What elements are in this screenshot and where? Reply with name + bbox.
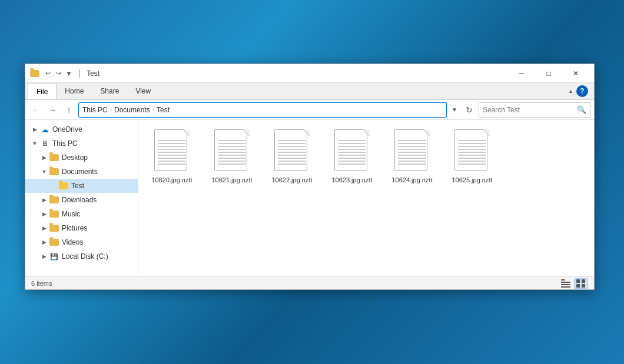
address-path[interactable]: This PC › Documents › Test bbox=[78, 102, 447, 118]
help-button[interactable]: ? bbox=[576, 85, 588, 97]
expand-arrow-onedrive: ▶ bbox=[30, 125, 39, 134]
sidebar-item-onedrive[interactable]: ▶ ☁ OneDrive bbox=[25, 122, 138, 136]
sidebar-item-music[interactable]: ▶ Music bbox=[25, 207, 138, 221]
file-name-1: 10621.jpg.nztt bbox=[211, 176, 252, 184]
address-dropdown[interactable]: ▼ bbox=[449, 102, 460, 118]
sidebar-label-music: Music bbox=[62, 210, 80, 218]
close-button[interactable]: ✕ bbox=[562, 64, 589, 83]
forward-button[interactable]: → bbox=[45, 103, 59, 117]
title-bar: ↩ ↪ ▼ | Test ─ □ ✕ bbox=[25, 64, 594, 83]
file-item-4[interactable]: 10624.jpg.nztt bbox=[386, 127, 439, 186]
path-chevron-1: › bbox=[110, 106, 112, 113]
file-icon-2 bbox=[274, 129, 310, 173]
expand-arrow-music: ▶ bbox=[39, 209, 49, 219]
ribbon-tabs-row: File Home Share View ▲ ? bbox=[25, 83, 594, 99]
svg-rect-3 bbox=[561, 286, 570, 288]
localdisk-icon: 💾 bbox=[49, 252, 59, 261]
pictures-folder-icon bbox=[49, 223, 59, 233]
sidebar-item-localdisk[interactable]: ▶ 💾 Local Disk (C:) bbox=[25, 249, 138, 263]
svg-rect-7 bbox=[582, 284, 585, 288]
path-part-documents: Documents bbox=[114, 106, 150, 114]
details-view-button[interactable] bbox=[559, 278, 573, 289]
content-area: ▶ ☁ OneDrive ▼ 🖥 This PC ▶ Des bbox=[25, 120, 594, 276]
sidebar-label-videos: Videos bbox=[62, 238, 83, 246]
file-item-5[interactable]: 10625.jpg.nztt bbox=[446, 127, 499, 186]
sidebar: ▶ ☁ OneDrive ▼ 🖥 This PC ▶ Des bbox=[25, 120, 138, 276]
videos-folder-icon bbox=[49, 238, 59, 247]
qat-redo[interactable]: ↪ bbox=[54, 69, 63, 78]
qat-undo[interactable]: ↩ bbox=[43, 69, 52, 78]
sidebar-label-onedrive: OneDrive bbox=[52, 125, 82, 133]
sidebar-label-localdisk: Local Disk (C:) bbox=[62, 252, 108, 261]
item-count: 6 items bbox=[31, 280, 52, 287]
svg-rect-4 bbox=[576, 279, 580, 283]
sidebar-item-downloads[interactable]: ▶ Downloads bbox=[25, 193, 138, 207]
file-item-1[interactable]: 10621.jpg.nztt bbox=[205, 127, 258, 186]
file-name-5: 10625.jpg.nztt bbox=[452, 176, 492, 184]
file-area: 10620.jpg.nztt 10621.jpg.nztt 10622.jpg.… bbox=[138, 120, 594, 276]
maximize-button[interactable]: □ bbox=[535, 64, 562, 83]
search-input[interactable] bbox=[483, 106, 577, 114]
music-folder-icon bbox=[49, 209, 59, 219]
sidebar-label-documents: Documents bbox=[62, 168, 98, 176]
sidebar-label-thispc: This PC bbox=[52, 139, 78, 148]
search-box[interactable]: 🔍 bbox=[479, 102, 590, 118]
sidebar-label-pictures: Pictures bbox=[62, 224, 87, 232]
svg-rect-6 bbox=[576, 284, 580, 288]
sidebar-item-videos[interactable]: ▶ Videos bbox=[25, 235, 138, 249]
tab-file[interactable]: File bbox=[28, 83, 57, 99]
path-part-test: Test bbox=[157, 106, 170, 114]
sidebar-item-documents[interactable]: ▼ Documents bbox=[25, 165, 138, 179]
file-name-2: 10622.jpg.nztt bbox=[271, 176, 312, 184]
expand-arrow-downloads: ▶ bbox=[39, 195, 49, 205]
back-button[interactable]: ← bbox=[29, 103, 43, 117]
path-part-thispc: This PC bbox=[82, 106, 108, 114]
view-buttons bbox=[559, 278, 588, 289]
path-chevron-2: › bbox=[152, 106, 154, 113]
file-name-0: 10620.jpg.nztt bbox=[151, 176, 192, 184]
downloads-folder-icon bbox=[49, 195, 59, 205]
expand-arrow-localdisk: ▶ bbox=[39, 252, 49, 261]
svg-rect-5 bbox=[582, 279, 585, 283]
minimize-button[interactable]: ─ bbox=[508, 64, 535, 83]
documents-folder-icon bbox=[49, 167, 59, 176]
test-folder-icon bbox=[58, 181, 69, 191]
sidebar-item-desktop[interactable]: ▶ Desktop bbox=[25, 151, 138, 165]
large-icons-view-button[interactable] bbox=[574, 278, 588, 289]
thispc-icon: 🖥 bbox=[39, 139, 50, 148]
ribbon: File Home Share View ▲ ? bbox=[25, 83, 594, 100]
svg-rect-0 bbox=[561, 279, 565, 280]
expand-arrow-desktop: ▶ bbox=[39, 153, 49, 162]
status-bar: 6 items bbox=[25, 276, 594, 289]
file-icon-3 bbox=[334, 129, 370, 173]
file-name-4: 10624.jpg.nztt bbox=[391, 176, 432, 184]
ribbon-expand-icon[interactable]: ▲ bbox=[568, 87, 576, 95]
svg-rect-2 bbox=[561, 284, 570, 285]
file-name-3: 10623.jpg.nztt bbox=[331, 176, 372, 184]
refresh-button[interactable]: ↻ bbox=[462, 103, 476, 117]
file-icon-1 bbox=[214, 129, 250, 173]
search-icon[interactable]: 🔍 bbox=[577, 105, 586, 114]
file-item-3[interactable]: 10623.jpg.nztt bbox=[326, 127, 379, 186]
qat-dropdown[interactable]: ▼ bbox=[64, 69, 74, 78]
expand-arrow-thispc: ▼ bbox=[30, 139, 39, 148]
desktop-folder-icon bbox=[49, 153, 59, 162]
file-icon-5 bbox=[454, 129, 490, 173]
sidebar-item-pictures[interactable]: ▶ Pictures bbox=[25, 221, 138, 235]
file-item-2[interactable]: 10622.jpg.nztt bbox=[265, 127, 318, 186]
file-item-0[interactable]: 10620.jpg.nztt bbox=[145, 127, 198, 186]
window-controls: ─ □ ✕ bbox=[508, 64, 589, 83]
tab-share[interactable]: Share bbox=[92, 83, 127, 99]
tab-view[interactable]: View bbox=[127, 83, 159, 99]
expand-arrow-pictures: ▶ bbox=[39, 223, 49, 233]
file-icon-4 bbox=[394, 129, 430, 173]
sidebar-item-test[interactable]: Test bbox=[25, 179, 138, 193]
svg-rect-1 bbox=[561, 282, 570, 283]
sidebar-label-downloads: Downloads bbox=[62, 196, 97, 204]
tab-home[interactable]: Home bbox=[57, 83, 92, 99]
sidebar-item-thispc[interactable]: ▼ 🖥 This PC bbox=[25, 136, 138, 151]
ribbon-tabs: File Home Share View bbox=[25, 83, 568, 99]
expand-arrow-videos: ▶ bbox=[39, 238, 49, 247]
up-button[interactable]: ↑ bbox=[62, 103, 76, 117]
window-title: Test bbox=[84, 69, 508, 78]
